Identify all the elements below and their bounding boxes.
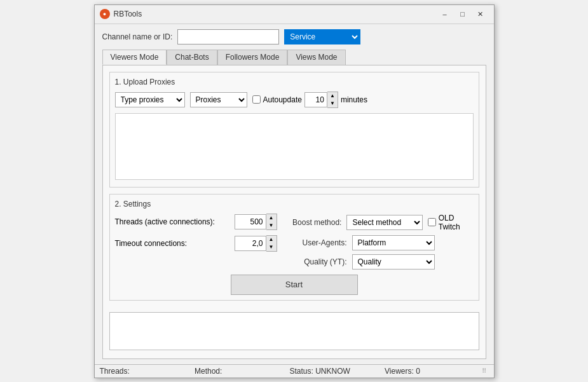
log-area[interactable] bbox=[109, 312, 479, 350]
timeout-row: Timeout connections: ▲ ▼ bbox=[115, 235, 277, 252]
close-button[interactable]: ✕ bbox=[472, 8, 489, 20]
threads-input[interactable] bbox=[235, 214, 266, 229]
boost-method-row: Boost method: Select method Method 1 Met… bbox=[290, 214, 474, 231]
right-settings: Boost method: Select method Method 1 Met… bbox=[290, 214, 474, 269]
user-agents-row: User-Agents: Platform Windows Mac Linux bbox=[290, 235, 474, 250]
autoupdate-value[interactable] bbox=[304, 92, 327, 107]
tab-content: 1. Upload Proxies Type proxies HTTP SOCK… bbox=[102, 65, 486, 359]
tabs: Viewers Mode Chat-Bots Followers Mode Vi… bbox=[102, 50, 486, 65]
timeout-input[interactable] bbox=[235, 236, 266, 251]
service-select[interactable]: Service Twitch YouTube bbox=[284, 29, 360, 44]
title-bar-left: ● RBTools bbox=[100, 9, 142, 19]
user-agents-select[interactable]: Platform Windows Mac Linux bbox=[352, 235, 435, 250]
minutes-label: minutes bbox=[341, 95, 367, 104]
threads-increment[interactable]: ▲ bbox=[266, 214, 277, 222]
boost-method-select[interactable]: Select method Method 1 Method 2 bbox=[346, 215, 422, 230]
settings-wrapper: Threads (active connections): ▲ ▼ Timeou… bbox=[115, 214, 474, 269]
status-threads: Threads: bbox=[100, 367, 195, 376]
channel-label: Channel name or ID: bbox=[102, 32, 173, 41]
autoupdate-decrement[interactable]: ▼ bbox=[327, 100, 338, 107]
status-method: Method: bbox=[195, 367, 290, 376]
threads-row: Threads (active connections): ▲ ▼ bbox=[115, 214, 277, 230]
settings-left: Threads (active connections): ▲ ▼ Timeou… bbox=[115, 214, 277, 269]
start-button[interactable]: Start bbox=[231, 275, 358, 295]
autoupdate-increment[interactable]: ▲ bbox=[327, 92, 338, 100]
upload-proxies-section: 1. Upload Proxies Type proxies HTTP SOCK… bbox=[109, 72, 479, 188]
boost-method-label: Boost method: bbox=[290, 218, 342, 227]
main-window: ● RBTools – □ ✕ Channel name or ID: Serv… bbox=[94, 4, 495, 378]
autoupdate-label[interactable]: Autoupdate bbox=[252, 95, 302, 104]
channel-input[interactable] bbox=[177, 29, 279, 44]
timeout-increment[interactable]: ▲ bbox=[266, 236, 277, 243]
tab-viewers-mode[interactable]: Viewers Mode bbox=[102, 50, 167, 65]
upload-row: Type proxies HTTP SOCKS4 SOCKS5 Proxies … bbox=[115, 92, 474, 108]
quality-select[interactable]: Quality Auto 1080p 720p 480p bbox=[352, 254, 435, 269]
old-twitch-label[interactable]: OLD Twitch bbox=[428, 214, 474, 231]
maximize-button[interactable]: □ bbox=[455, 8, 471, 20]
autoupdate-checkbox[interactable] bbox=[252, 95, 261, 104]
tab-chat-bots[interactable]: Chat-Bots bbox=[167, 50, 217, 65]
proxy-type-select[interactable]: Type proxies HTTP SOCKS4 SOCKS5 bbox=[115, 92, 185, 107]
status-status: Status: UNKNOW bbox=[290, 367, 385, 376]
status-bar: Threads: Method: Status: UNKNOW Viewers:… bbox=[95, 364, 494, 378]
autoupdate-spinner-buttons: ▲ ▼ bbox=[327, 92, 338, 108]
quality-label: Quality (YT): bbox=[290, 257, 347, 266]
tab-followers-mode[interactable]: Followers Mode bbox=[217, 50, 288, 65]
timeout-spinner-buttons: ▲ ▼ bbox=[266, 235, 277, 252]
tab-views-mode[interactable]: Views Mode bbox=[287, 50, 345, 65]
minimize-button[interactable]: – bbox=[437, 8, 453, 20]
channel-row: Channel name or ID: Service Twitch YouTu… bbox=[102, 29, 486, 44]
autoupdate-row: Autoupdate ▲ ▼ minutes bbox=[252, 92, 367, 108]
threads-decrement[interactable]: ▼ bbox=[266, 222, 277, 229]
user-agents-label: User-Agents: bbox=[290, 238, 347, 247]
threads-spinner: ▲ ▼ bbox=[235, 214, 277, 230]
threads-spinner-buttons: ▲ ▼ bbox=[266, 214, 277, 230]
proxy-source-select[interactable]: Proxies File URL bbox=[190, 92, 247, 107]
title-bar: ● RBTools – □ ✕ bbox=[95, 5, 494, 24]
timeout-spinner: ▲ ▼ bbox=[235, 235, 277, 252]
threads-label: Threads (active connections): bbox=[115, 217, 229, 226]
timeout-label: Timeout connections: bbox=[115, 239, 229, 248]
title-bar-controls: – □ ✕ bbox=[437, 8, 489, 20]
window-body: Channel name or ID: Service Twitch YouTu… bbox=[95, 24, 494, 364]
section1-title: 1. Upload Proxies bbox=[115, 78, 474, 86]
autoupdate-spinner: ▲ ▼ bbox=[304, 92, 338, 108]
section2-title: 2. Settings bbox=[115, 200, 474, 208]
proxy-textarea[interactable] bbox=[115, 113, 474, 180]
app-icon: ● bbox=[100, 9, 110, 19]
old-twitch-checkbox[interactable] bbox=[428, 218, 436, 226]
settings-section: 2. Settings Threads (active connections)… bbox=[109, 194, 479, 301]
quality-row: Quality (YT): Quality Auto 1080p 720p 48… bbox=[290, 254, 474, 269]
resize-grip: ⠿ bbox=[480, 367, 489, 376]
status-viewers: Viewers: 0 bbox=[385, 367, 480, 376]
window-title: RBTools bbox=[114, 10, 142, 18]
timeout-decrement[interactable]: ▼ bbox=[266, 243, 277, 251]
